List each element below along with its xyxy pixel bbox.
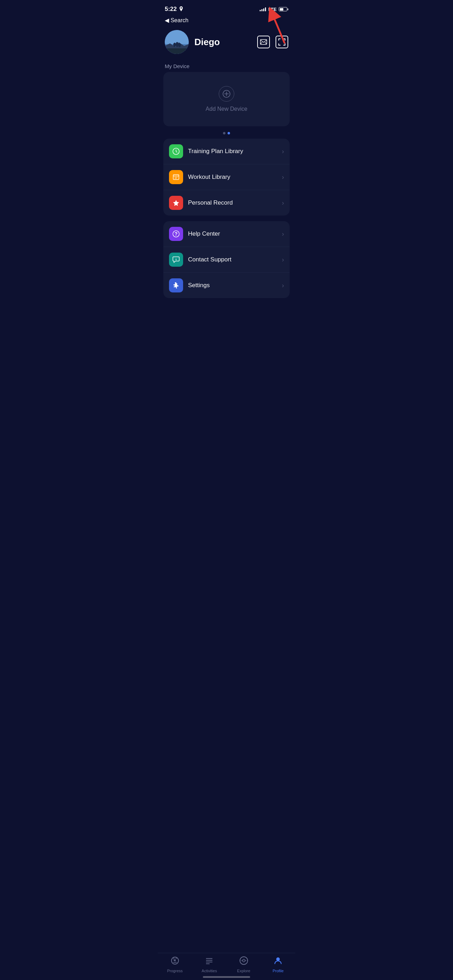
svg-rect-3 <box>165 48 189 54</box>
workout-library-label: Workout Library <box>188 173 282 181</box>
status-time: 5:22 <box>165 6 177 13</box>
svg-rect-16 <box>173 175 179 180</box>
my-device-label: My Device <box>158 57 295 72</box>
svg-text:?: ? <box>175 231 178 237</box>
menu-item-workout-library[interactable]: Workout Library › <box>163 164 290 190</box>
settings-icon <box>169 278 183 293</box>
add-device-icon <box>219 86 234 102</box>
chevron-icon: › <box>282 256 284 264</box>
menu-item-settings[interactable]: Settings › <box>163 273 290 298</box>
avatar[interactable] <box>165 30 189 54</box>
back-button[interactable]: ◀ Search <box>165 17 188 24</box>
svg-point-22 <box>176 259 176 259</box>
user-info: Diego <box>165 30 220 54</box>
chevron-icon: › <box>282 231 284 238</box>
user-name: Diego <box>194 37 220 48</box>
contact-support-label: Contact Support <box>188 256 282 263</box>
help-center-label: Help Center <box>188 231 282 237</box>
menu-section-2: ? Help Center › Contact Support › Settin… <box>163 221 290 298</box>
add-device-text: Add New Device <box>206 106 247 112</box>
dot-1 <box>223 132 226 134</box>
svg-rect-1 <box>165 30 189 44</box>
svg-point-5 <box>176 42 178 47</box>
menu-item-help-center[interactable]: ? Help Center › <box>163 221 290 247</box>
training-plan-icon <box>169 144 183 158</box>
workout-library-icon <box>169 170 183 184</box>
personal-record-icon <box>169 196 183 210</box>
svg-point-6 <box>178 43 181 47</box>
contact-support-icon <box>169 253 183 267</box>
menu-section-1: Training Plan Library › Workout Library … <box>163 138 290 216</box>
personal-record-label: Personal Record <box>188 199 282 206</box>
dot-2 <box>227 132 230 134</box>
add-device-area[interactable]: Add New Device <box>163 72 290 126</box>
chevron-icon: › <box>282 282 284 289</box>
chevron-icon: › <box>282 148 284 155</box>
menu-item-contact-support[interactable]: Contact Support › <box>163 247 290 273</box>
device-card: Add New Device <box>163 72 290 126</box>
chevron-icon: › <box>282 199 284 207</box>
svg-point-4 <box>173 43 176 47</box>
training-plan-label: Training Plan Library <box>188 148 282 155</box>
menu-item-personal-record[interactable]: Personal Record › <box>163 190 290 216</box>
help-center-icon: ? <box>169 227 183 241</box>
menu-item-training-plan-library[interactable]: Training Plan Library › <box>163 138 290 164</box>
settings-label: Settings <box>188 282 282 289</box>
location-icon <box>179 6 183 12</box>
page-dots <box>158 132 295 138</box>
chevron-icon: › <box>282 173 284 181</box>
svg-line-11 <box>270 10 285 43</box>
